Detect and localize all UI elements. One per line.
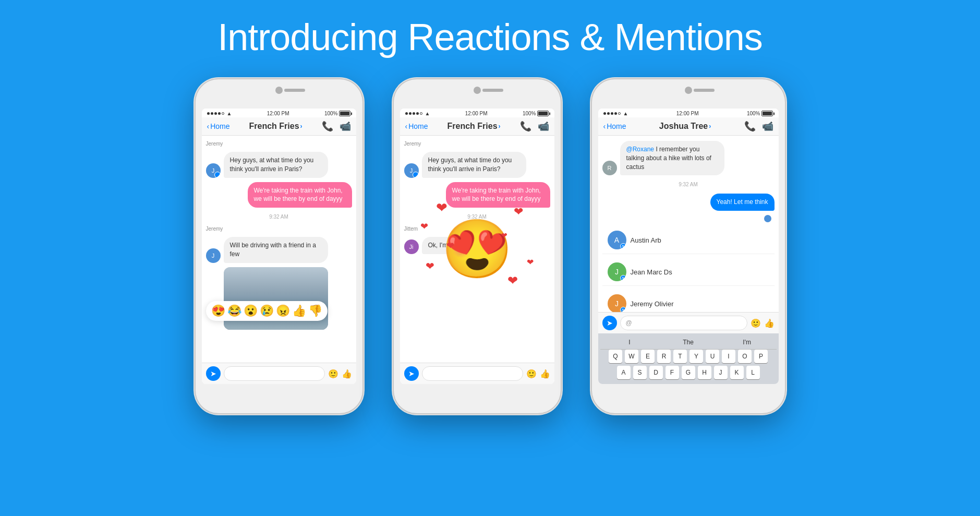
wifi-icon-2: ▲	[425, 111, 430, 116]
bubble-sent-3: Yeah! Let me think	[710, 194, 775, 211]
emoji-button-1[interactable]: 🙂	[328, 369, 338, 379]
contact-avatar-3: J ᗑ	[608, 294, 626, 312]
phones-container: ▲ 12:00 PM 100% ‹ Home French Fries	[196, 79, 785, 413]
thumbsup-button-1[interactable]: 👍	[342, 369, 352, 379]
key-T[interactable]: T	[673, 350, 687, 363]
call-icon-2[interactable]: 📞	[520, 121, 531, 132]
wifi-icon-3: ▲	[623, 111, 628, 116]
read-receipt-avatar	[764, 215, 771, 222]
battery-percent-2: 100%	[523, 111, 536, 116]
key-U[interactable]: U	[706, 350, 719, 363]
sender-jeremy-2: Jeremy	[404, 141, 550, 147]
message-input-3[interactable]: @	[620, 316, 747, 330]
chat-area-1: Jeremy J Hey guys, at what time do you t…	[202, 136, 356, 363]
key-L[interactable]: L	[746, 366, 760, 379]
reaction-angry[interactable]: 😠	[276, 304, 290, 318]
back-button-2[interactable]: ‹ Home	[405, 122, 428, 130]
suggestion-2[interactable]: The	[659, 338, 718, 347]
thumbsup-button-2[interactable]: 👍	[540, 369, 550, 379]
key-H[interactable]: H	[698, 366, 711, 379]
back-button-3[interactable]: ‹ Home	[603, 122, 626, 130]
contact-item-2[interactable]: J ᗑ Jean Marc Ds	[602, 258, 775, 286]
key-Y[interactable]: Y	[689, 350, 703, 363]
key-R[interactable]: R	[657, 350, 671, 363]
page-title: Introducing Reactions & Mentions	[217, 16, 763, 58]
key-Q[interactable]: Q	[609, 350, 622, 363]
chat-area-2: Jeremy J Hey guys, at what time do you t…	[400, 136, 554, 363]
dot3	[214, 112, 217, 115]
back-chevron-icon: ‹	[207, 122, 210, 130]
time-3-1: 9:32 AM	[602, 182, 775, 187]
reaction-wow[interactable]: 😮	[244, 304, 258, 318]
reaction-dislike[interactable]: 👎	[308, 304, 322, 318]
key-G[interactable]: G	[682, 366, 695, 379]
key-E[interactable]: E	[641, 350, 655, 363]
msg-row-received-1: J Hey guys, at what time do you think yo…	[206, 152, 352, 178]
bubble-ph2-ok: Ok, I'm s	[422, 237, 459, 254]
msg-sent-3: Yeah! Let me think	[602, 194, 775, 211]
send-button-1[interactable]: ➤	[206, 366, 221, 381]
reaction-haha[interactable]: 😂	[227, 304, 241, 318]
nav-title-1: French Fries ›	[249, 122, 303, 131]
battery-icon-2	[537, 111, 549, 116]
message-input-1[interactable]	[224, 366, 325, 381]
reaction-like[interactable]: 👍	[292, 304, 306, 318]
key-J[interactable]: J	[714, 366, 728, 379]
emoji-button-2[interactable]: 🙂	[526, 369, 537, 379]
nav-actions-2: 📞 📹	[520, 121, 549, 132]
call-icon-3[interactable]: 📞	[744, 121, 756, 132]
nav-actions-3: 📞 📹	[744, 121, 773, 132]
time-ph2: 9:32 AM	[404, 214, 550, 220]
emoji-button-3[interactable]: 🙂	[751, 318, 761, 328]
dot4	[416, 112, 419, 115]
dot3-3	[611, 112, 613, 115]
send-button-3[interactable]: ➤	[602, 316, 617, 330]
video-icon-3[interactable]: 📹	[762, 121, 773, 132]
thumbsup-button-3[interactable]: 👍	[764, 318, 775, 328]
key-W[interactable]: W	[625, 350, 638, 363]
input-bar-1: ➤ 🙂 👍	[202, 363, 356, 384]
msg-sent-ph2: We're taking the train with John, we wil…	[404, 182, 550, 208]
bubble-received-1: Hey guys, at what time do you think you'…	[224, 152, 328, 178]
key-D[interactable]: D	[649, 366, 663, 379]
nav-title-3: Joshua Tree ›	[659, 122, 711, 131]
battery-icon-3	[761, 111, 773, 116]
battery-3: 100%	[747, 111, 773, 116]
key-K[interactable]: K	[730, 366, 744, 379]
sender-label-2: Jeremy	[206, 226, 352, 232]
contact-item-3[interactable]: J ᗑ Jeremy Olivier	[602, 290, 775, 312]
battery-percent-3: 100%	[747, 111, 760, 116]
send-button-2[interactable]: ➤	[404, 366, 419, 381]
video-icon[interactable]: 📹	[340, 121, 351, 132]
reaction-bar[interactable]: 😍 😂 😮 😢 😠 👍 👎	[206, 301, 328, 321]
key-O[interactable]: O	[738, 350, 752, 363]
contact-item-1[interactable]: A ᗑ Austin Arb	[602, 226, 775, 254]
reaction-love[interactable]: 😍	[211, 304, 225, 318]
dot1-3	[603, 112, 606, 115]
key-P[interactable]: P	[754, 350, 768, 363]
key-A[interactable]: A	[617, 366, 631, 379]
reaction-sad[interactable]: 😢	[260, 304, 274, 318]
dot3	[413, 112, 415, 115]
signal-dots-2: ▲	[405, 111, 430, 116]
back-chevron-icon-2: ‹	[405, 122, 408, 130]
suggestion-3[interactable]: I'm	[718, 338, 777, 347]
video-icon-2[interactable]: 📹	[538, 121, 549, 132]
key-S[interactable]: S	[633, 366, 647, 379]
key-F[interactable]: F	[666, 366, 679, 379]
nav-title-2: French Fries ›	[447, 122, 501, 131]
message-input-2[interactable]	[422, 366, 523, 381]
dot4	[218, 112, 221, 115]
bubble-ph2-sent: We're taking the train with John, we wil…	[446, 182, 550, 208]
key-I[interactable]: I	[722, 350, 735, 363]
battery-fill-2	[538, 112, 548, 115]
dot5	[222, 112, 224, 115]
status-time-2: 12:00 PM	[465, 111, 488, 116]
back-button-1[interactable]: ‹ Home	[207, 122, 230, 130]
heart-6: ❤	[527, 257, 534, 267]
read-receipt	[602, 215, 771, 222]
dot2	[211, 112, 213, 115]
suggestion-1[interactable]: I	[600, 338, 659, 347]
call-icon[interactable]: 📞	[322, 121, 333, 132]
battery-fill	[340, 112, 349, 115]
